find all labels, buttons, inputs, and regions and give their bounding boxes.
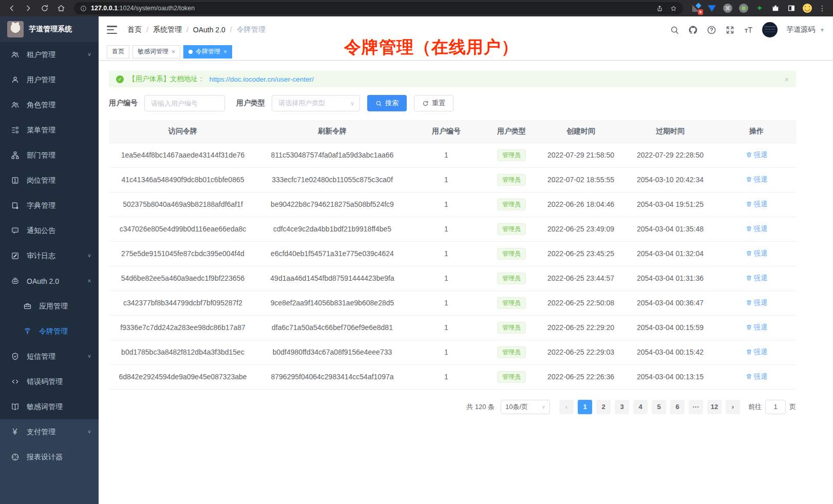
- more-pages-button[interactable]: ···: [689, 400, 703, 414]
- sidebar-item-敏感词管理[interactable]: 敏感词管理: [0, 394, 99, 419]
- expire-time-cell: 2054-03-04 00:36:47: [623, 290, 717, 315]
- command-extension-icon[interactable]: ⌘: [723, 4, 732, 13]
- browser-menu-icon[interactable]: ⋮: [819, 4, 826, 12]
- user-id-input[interactable]: [144, 95, 225, 111]
- app-title: 芋道管理系统: [29, 25, 72, 34]
- sidebar-item-label: 应用管理: [39, 302, 68, 311]
- force-logout-button[interactable]: 强退: [746, 249, 768, 258]
- sidebar-item-令牌管理[interactable]: 令牌管理: [0, 319, 99, 344]
- bookmark-star-icon[interactable]: [670, 5, 677, 12]
- split-window-icon[interactable]: [787, 4, 796, 13]
- sidebar-item-label: 角色管理: [27, 101, 55, 110]
- table-row: 1ea5e44f8bc1467aaede43144f31de76 811c530…: [109, 143, 796, 167]
- sidebar-item-用户管理[interactable]: 用户管理: [0, 67, 99, 92]
- access-token-cell: c347026e805e4d99b0d116eae66eda8c: [109, 217, 257, 241]
- page-button-6[interactable]: 6: [670, 400, 685, 414]
- next-page-button[interactable]: ›: [726, 400, 740, 414]
- expire-time-cell: 2054-03-04 00:13:15: [623, 364, 717, 389]
- breadcrumb-item[interactable]: 系统管理: [153, 25, 182, 34]
- refresh-token-cell: e6cfd40eb1f54571a31e775e039c4624: [257, 241, 408, 266]
- page-button-4[interactable]: 4: [633, 400, 648, 414]
- sidebar-item-报表设计器[interactable]: 报表设计器: [0, 444, 99, 470]
- tab-首页[interactable]: 首页: [107, 45, 129, 59]
- close-icon[interactable]: ×: [223, 48, 227, 55]
- tab-label: 令牌管理: [196, 47, 220, 56]
- force-logout-button[interactable]: 强退: [746, 298, 768, 307]
- help-icon[interactable]: [707, 25, 716, 35]
- sidebar-item-短信管理[interactable]: 短信管理∨: [0, 344, 99, 369]
- sidebar-item-租户管理[interactable]: 租户管理∨: [0, 42, 99, 67]
- force-logout-button[interactable]: 强退: [746, 323, 768, 332]
- close-icon[interactable]: ×: [172, 48, 175, 55]
- sidebar-item-支付管理[interactable]: ¥支付管理∨: [0, 419, 99, 444]
- access-token-cell: 6d842e2924594de9a09e45e087323abe: [109, 364, 257, 389]
- search-icon[interactable]: [670, 25, 679, 35]
- recorder-extension-icon[interactable]: [739, 4, 748, 13]
- force-logout-button[interactable]: 强退: [746, 347, 768, 357]
- refresh-token-cell: 333ecfc71e02480cb11055c875c3ca0f: [257, 167, 408, 192]
- github-icon[interactable]: [688, 25, 698, 35]
- user-id-cell: 1: [408, 167, 485, 192]
- home-icon[interactable]: [54, 2, 68, 14]
- user-type-select[interactable]: 请选择用户类型 ∨: [272, 95, 360, 111]
- table-row: 54d6be82ee5a460a9aedc1f9bf223656 49d1aa4…: [109, 266, 796, 290]
- avatar[interactable]: [762, 22, 778, 37]
- tab-令牌管理[interactable]: 令牌管理×: [183, 45, 232, 59]
- reset-button[interactable]: 重置: [414, 95, 453, 111]
- sidebar-item-岗位管理[interactable]: 岗位管理: [0, 168, 99, 193]
- breadcrumb-item[interactable]: 令牌管理: [237, 25, 266, 34]
- address-bar[interactable]: 127.0.0.1:1024/system/oauth2/token: [74, 2, 683, 14]
- sidebar-item-错误码管理[interactable]: 错误码管理: [0, 369, 99, 394]
- app-icon: [23, 302, 32, 311]
- sidebar-item-字典管理[interactable]: 字典管理: [0, 193, 99, 218]
- font-size-icon[interactable]: [744, 25, 753, 35]
- green-star-extension-icon[interactable]: ✦: [755, 4, 764, 13]
- username[interactable]: 芋道源码: [786, 25, 815, 34]
- user-type-badge: 管理员: [497, 371, 526, 383]
- page-button-2[interactable]: 2: [596, 400, 611, 414]
- alert-doc-link[interactable]: https://doc.iocoder.cn/user-center/: [210, 75, 314, 83]
- page-button-5[interactable]: 5: [652, 400, 666, 414]
- reload-icon[interactable]: [38, 2, 51, 14]
- sidebar-item-label: 错误码管理: [27, 377, 63, 386]
- page-button-1[interactable]: 1: [578, 400, 592, 414]
- chevron-down-icon[interactable]: ▼: [820, 27, 825, 33]
- sidebar-item-通知公告[interactable]: 通知公告: [0, 218, 99, 243]
- sidebar-item-角色管理[interactable]: 角色管理: [0, 92, 99, 118]
- user-id-cell: 1: [408, 290, 485, 315]
- sidebar-item-审计日志[interactable]: 审计日志∨: [0, 243, 99, 268]
- force-logout-button[interactable]: 强退: [746, 175, 768, 184]
- sidebar-item-应用管理[interactable]: 应用管理: [0, 294, 99, 319]
- fullscreen-icon[interactable]: [725, 25, 735, 35]
- prev-page-button[interactable]: ‹: [559, 400, 574, 414]
- logo-bar: 芋道管理系统: [0, 16, 99, 42]
- force-logout-button[interactable]: 强退: [746, 274, 768, 283]
- forward-icon[interactable]: [22, 2, 35, 14]
- breadcrumb-item[interactable]: 首页: [127, 25, 142, 34]
- access-token-cell: 54d6be82ee5a460a9aedc1f9bf223656: [109, 266, 257, 290]
- sidebar-item-部门管理[interactable]: 部门管理: [0, 143, 99, 168]
- extensions-puzzle-icon[interactable]: [771, 4, 780, 13]
- sidebar-item-菜单管理[interactable]: 菜单管理: [0, 118, 99, 143]
- force-logout-button[interactable]: 强退: [746, 224, 768, 234]
- page-size-select[interactable]: 10条/页∨: [501, 400, 550, 414]
- sidebar-toggle-icon[interactable]: [107, 26, 117, 34]
- sidebar-item-OAuth 2.0[interactable]: OAuth 2.0∧: [0, 268, 99, 294]
- emoji-extension-icon[interactable]: [803, 4, 812, 13]
- table-row: c342377bf8b344799dcbf7bf095287f2 9ce8ef2…: [109, 290, 796, 315]
- breadcrumb-item[interactable]: OAuth 2.0: [193, 26, 225, 34]
- force-logout-button[interactable]: 强退: [746, 372, 768, 381]
- pinned-extension-icon[interactable]: 9: [691, 4, 701, 13]
- force-logout-button[interactable]: 强退: [746, 150, 768, 160]
- share-icon[interactable]: [656, 5, 663, 12]
- search-button[interactable]: 搜索: [367, 95, 407, 111]
- site-info-icon[interactable]: [80, 5, 87, 12]
- force-logout-button[interactable]: 强退: [746, 200, 768, 209]
- tab-敏感词管理[interactable]: 敏感词管理×: [132, 45, 180, 59]
- goto-page-input[interactable]: [765, 400, 786, 414]
- page-button-12[interactable]: 12: [707, 400, 722, 414]
- page-button-3[interactable]: 3: [615, 400, 629, 414]
- alert-close-icon[interactable]: ×: [784, 75, 789, 84]
- back-icon[interactable]: [5, 2, 18, 14]
- gem-extension-icon[interactable]: [707, 4, 716, 13]
